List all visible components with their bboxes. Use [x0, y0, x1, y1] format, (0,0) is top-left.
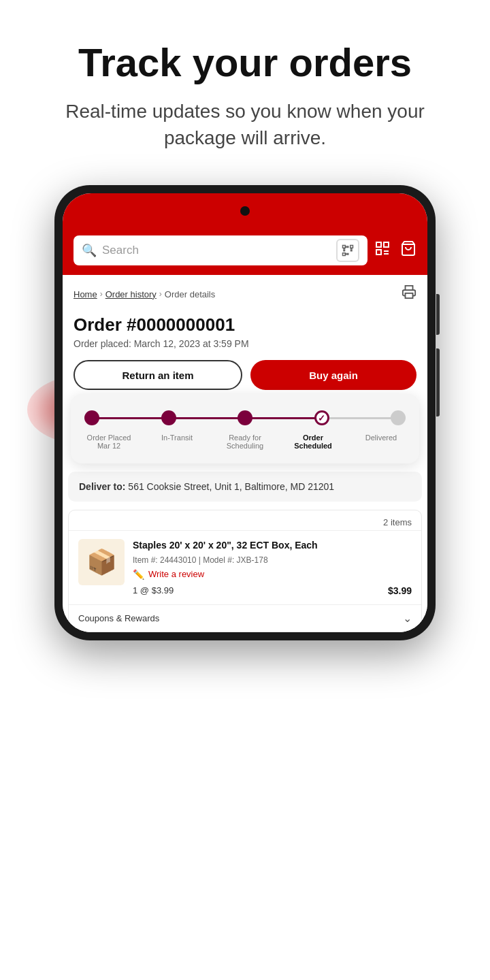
step-dot-1	[84, 410, 99, 425]
barcode-icon[interactable]	[336, 239, 359, 262]
svg-rect-16	[384, 242, 389, 247]
svg-rect-15	[376, 242, 381, 247]
item-name: Staples 20' x 20' x 20", 32 ECT Box, Eac…	[133, 539, 412, 553]
pencil-icon: ✏️	[133, 569, 144, 580]
header-icons	[374, 240, 416, 261]
step-label-4: Order Scheduled	[286, 434, 340, 450]
camera-bar	[63, 193, 427, 229]
box-icon: 📦	[86, 548, 117, 576]
search-icon: 🔍	[82, 243, 97, 258]
breadcrumb-arrow-2: ›	[159, 289, 162, 299]
breadcrumb-current: Order details	[165, 289, 215, 299]
progress-dots: ✓	[84, 410, 406, 425]
breadcrumb-home[interactable]: Home	[74, 289, 97, 299]
step-label-2: In-Transit	[150, 434, 204, 450]
tracking-card-wrapper: ✓ Order PlacedMar 12 In-Transit Ready fo…	[63, 394, 427, 463]
breadcrumb-row: Home › Order history › Order details	[63, 275, 427, 309]
step-dot-5	[391, 410, 406, 425]
items-section: 2 items 📦 Staples 20' x 20' x 20", 32 EC…	[68, 510, 422, 632]
svg-rect-0	[343, 246, 346, 248]
item-price-row: 1 @ $3.99 $3.99	[133, 585, 412, 596]
chevron-down-icon: ⌄	[403, 612, 412, 625]
app-header: 🔍 Search	[63, 229, 427, 275]
search-bar[interactable]: 🔍 Search	[74, 235, 368, 265]
step-label-3: Ready for Scheduling	[218, 434, 272, 450]
item-qty: 1 @ $3.99	[133, 585, 174, 595]
phone-screen: 🔍 Search	[63, 193, 427, 632]
item-details: Staples 20' x 20' x 20", 32 ECT Box, Eac…	[133, 539, 412, 596]
step-dot-4: ✓	[314, 410, 329, 425]
step-dot-2	[161, 410, 176, 425]
side-button-2	[436, 348, 440, 416]
delivery-info: Deliver to: 561 Cooksie Street, Unit 1, …	[68, 472, 422, 502]
buy-again-button[interactable]: Buy again	[250, 360, 416, 390]
svg-rect-21	[406, 293, 413, 298]
hero-section: Track your orders Real-time updates so y…	[0, 0, 490, 172]
step-label-1: Order PlacedMar 12	[82, 434, 136, 450]
cart-icon[interactable]	[400, 240, 416, 261]
items-count: 2 items	[69, 510, 421, 530]
side-button	[436, 294, 440, 335]
return-item-button[interactable]: Return an item	[74, 360, 242, 390]
delivery-address: 561 Cooksie Street, Unit 1, Baltimore, M…	[128, 481, 334, 492]
coupons-row[interactable]: Coupons & Rewards ⌄	[69, 604, 421, 632]
breadcrumb: Home › Order history › Order details	[74, 289, 215, 299]
write-review-link[interactable]: ✏️ Write a review	[133, 569, 412, 580]
write-review-text: Write a review	[148, 569, 204, 579]
search-input-text: Search	[102, 244, 331, 257]
svg-rect-2	[343, 253, 346, 256]
item-image: 📦	[78, 539, 125, 585]
delivery-label: Deliver to:	[79, 481, 125, 492]
progress-labels: Order PlacedMar 12 In-Transit Ready for …	[84, 434, 406, 450]
item-meta: Item #: 24443010 | Model #: JXB-178	[133, 555, 412, 565]
check-icon: ✓	[318, 413, 325, 423]
hero-subtitle: Real-time updates so you know when your …	[41, 98, 449, 151]
breadcrumb-order-history[interactable]: Order history	[105, 289, 157, 299]
breadcrumb-arrow-1: ›	[100, 289, 103, 299]
item-price: $3.99	[388, 585, 412, 596]
phone-outer: 🔍 Search	[54, 185, 436, 640]
svg-rect-17	[376, 250, 381, 255]
order-date: Order placed: March 12, 2023 at 3:59 PM	[74, 338, 416, 349]
coupons-label: Coupons & Rewards	[78, 613, 159, 623]
step-label-5: Delivered	[354, 434, 408, 450]
phone-device: 🔍 Search	[54, 185, 436, 640]
app-content: Home › Order history › Order details	[63, 275, 427, 632]
svg-rect-1	[350, 246, 353, 248]
tracking-card: ✓ Order PlacedMar 12 In-Transit Ready fo…	[71, 394, 419, 463]
progress-container: ✓	[84, 410, 406, 425]
order-info: Order #0000000001 Order placed: March 12…	[63, 309, 427, 401]
order-number: Order #0000000001	[74, 314, 416, 336]
step-dot-3	[238, 410, 252, 425]
camera-dot	[240, 206, 250, 216]
list-icon[interactable]	[374, 240, 391, 261]
print-icon[interactable]	[402, 284, 416, 304]
item-row: 📦 Staples 20' x 20' x 20", 32 ECT Box, E…	[69, 530, 421, 604]
order-buttons: Return an item Buy again	[74, 360, 416, 390]
hero-title: Track your orders	[41, 41, 449, 84]
